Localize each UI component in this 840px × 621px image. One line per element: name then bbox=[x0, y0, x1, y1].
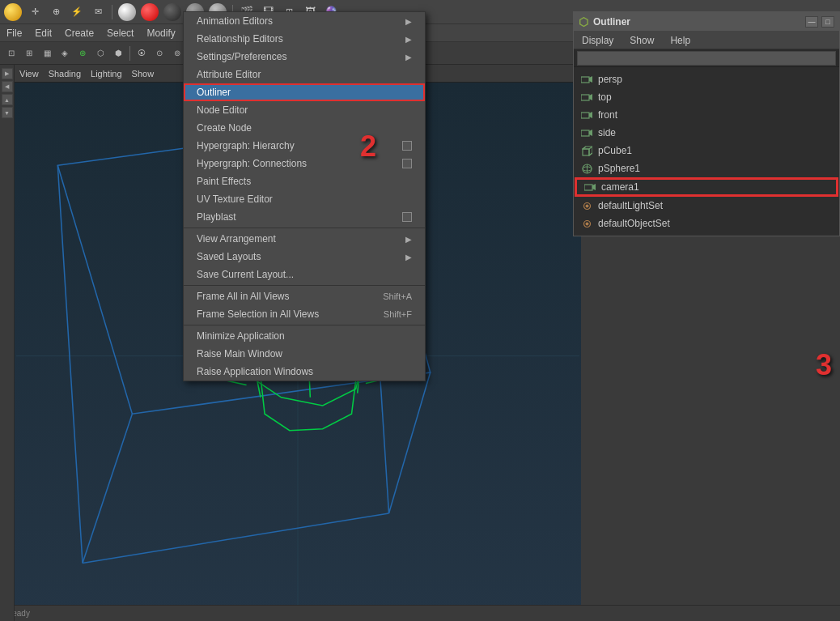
menu-animation-editors[interactable]: Animation Editors ▶ bbox=[184, 12, 425, 30]
menu-node-editor[interactable]: Node Editor bbox=[184, 101, 425, 119]
sidebar-btn-2[interactable]: ◀ bbox=[2, 81, 13, 92]
menu-edit[interactable]: Edit bbox=[28, 24, 58, 42]
outliner-item-pcube1[interactable]: pCube1 bbox=[574, 142, 839, 160]
checkbox-hypergraph-connections[interactable] bbox=[402, 159, 412, 168]
toolbar2-icon2[interactable]: ⊞ bbox=[21, 45, 37, 62]
svg-point-37 bbox=[585, 204, 588, 207]
dropdown-separator-1 bbox=[184, 228, 425, 228]
toolbar-sphere-silver[interactable] bbox=[118, 3, 136, 21]
menu-raise-main-window[interactable]: Raise Main Window bbox=[184, 345, 425, 363]
viewport-menu-view[interactable]: View bbox=[15, 65, 44, 83]
toolbar2-icon6[interactable]: ⬡ bbox=[92, 45, 108, 62]
svg-line-6 bbox=[83, 414, 132, 563]
outliner-item-label-defaultobjectset: defaultObjectSet bbox=[598, 218, 670, 229]
menu-uv-texture-editor[interactable]: UV Texture Editor bbox=[184, 190, 425, 208]
menu-playblast[interactable]: Playblast bbox=[184, 208, 425, 226]
viewport-menu-lighting[interactable]: Lighting bbox=[86, 65, 127, 83]
outliner-menu-show[interactable]: Show bbox=[622, 33, 662, 48]
toolbar2-icon1[interactable]: ⊡ bbox=[3, 45, 19, 62]
toolbar-crosshair-icon[interactable]: ⊕ bbox=[47, 3, 65, 21]
menu-create-node[interactable]: Create Node bbox=[184, 119, 425, 137]
menu-create[interactable]: Create bbox=[58, 24, 100, 42]
menu-view-arrangement[interactable]: View Arrangement ▶ bbox=[184, 230, 425, 248]
outliner-item-psphere1[interactable]: pSphere1 bbox=[574, 160, 839, 177]
outliner-item-label-top: top bbox=[598, 91, 612, 103]
outliner-item-defaultlightset[interactable]: defaultLightSet bbox=[574, 197, 839, 215]
shortcut-shift-f: Shift+F bbox=[384, 309, 412, 319]
mesh-icon-pcube1 bbox=[580, 144, 593, 157]
sidebar-btn-1[interactable]: ▶ bbox=[2, 68, 13, 79]
menu-frame-selection[interactable]: Frame Selection in All Views Shift+F bbox=[184, 305, 425, 323]
toolbar2-icon8[interactable]: ⦿ bbox=[134, 45, 150, 62]
menu-attribute-editor[interactable]: Attribute Editor bbox=[184, 66, 425, 83]
outliner-item-label-pcube1: pCube1 bbox=[598, 145, 632, 156]
checkbox-hypergraph-hierarchy[interactable] bbox=[402, 141, 412, 151]
viewport-menu-shading[interactable]: Shading bbox=[44, 65, 86, 83]
svg-line-7 bbox=[389, 372, 431, 513]
toolbar-target-icon[interactable]: ✛ bbox=[26, 3, 44, 21]
outliner-search-bar bbox=[574, 49, 839, 67]
menu-modify[interactable]: Modify bbox=[140, 24, 181, 42]
toolbar-sphere-yellow[interactable] bbox=[4, 3, 22, 21]
outliner-menu-help[interactable]: Help bbox=[662, 33, 698, 48]
camera-icon-side bbox=[580, 126, 593, 139]
svg-rect-24 bbox=[581, 130, 589, 136]
arrow-icon-2: ▶ bbox=[405, 35, 412, 44]
toolbar2-sep bbox=[129, 46, 130, 61]
menu-paint-effects[interactable]: Paint Effects bbox=[184, 172, 425, 190]
outliner-item-front[interactable]: front bbox=[574, 106, 839, 124]
sidebar-btn-4[interactable]: ▼ bbox=[2, 107, 13, 118]
toolbar-flashlight-icon[interactable]: ⚡ bbox=[68, 3, 86, 21]
svg-point-39 bbox=[585, 222, 588, 225]
menu-saved-layouts[interactable]: Saved Layouts ▶ bbox=[184, 248, 425, 266]
menu-save-current-layout[interactable]: Save Current Layout... bbox=[184, 266, 425, 283]
menu-select[interactable]: Select bbox=[100, 24, 140, 42]
toolbar2-icon4[interactable]: ◈ bbox=[57, 45, 73, 62]
menu-raise-app-windows[interactable]: Raise Application Windows bbox=[184, 363, 425, 381]
dropdown-separator-2 bbox=[184, 285, 425, 286]
sidebar-btn-3[interactable]: ▲ bbox=[2, 94, 13, 105]
left-sidebar: ▶ ◀ ▲ ▼ bbox=[0, 65, 15, 621]
step-label-2: 2 bbox=[360, 130, 376, 164]
svg-rect-34 bbox=[584, 185, 592, 190]
camera-icon-top bbox=[580, 91, 593, 104]
menu-relationship-editors[interactable]: Relationship Editors ▶ bbox=[184, 30, 425, 48]
menu-frame-all[interactable]: Frame All in All Views Shift+A bbox=[184, 287, 425, 305]
menu-minimize-application[interactable]: Minimize Application bbox=[184, 327, 425, 345]
set-icon-defaultobjectset bbox=[580, 217, 593, 230]
viewport-menu-show[interactable]: Show bbox=[127, 65, 159, 83]
toolbar2-icon3[interactable]: ▦ bbox=[39, 45, 55, 62]
dropdown-separator-3 bbox=[184, 325, 425, 325]
outliner-minimize-btn[interactable]: — bbox=[805, 16, 818, 28]
toolbar-envelope-icon[interactable]: ✉ bbox=[89, 3, 107, 21]
toolbar2-icon7[interactable]: ⬢ bbox=[110, 45, 126, 62]
outliner-item-label-front: front bbox=[598, 109, 617, 121]
arrow-icon: ▶ bbox=[405, 17, 412, 26]
toolbar2-icon5[interactable]: ⊛ bbox=[74, 45, 91, 62]
camera-icon-camera1 bbox=[583, 181, 596, 194]
outliner-maximize-btn[interactable]: □ bbox=[821, 16, 834, 28]
toolbar-sphere-dark[interactable] bbox=[163, 3, 181, 21]
outliner-item-label-side: side bbox=[598, 127, 616, 138]
outliner-item-side[interactable]: side bbox=[574, 124, 839, 142]
status-bar: Ready bbox=[0, 605, 840, 621]
outliner-item-persp[interactable]: persp bbox=[574, 70, 839, 88]
outliner-title-bar: ⬡ Outliner — □ bbox=[574, 12, 839, 32]
toolbar-sphere-red[interactable] bbox=[141, 3, 159, 21]
toolbar-sep-1 bbox=[112, 5, 112, 19]
outliner-item-top[interactable]: top bbox=[574, 88, 839, 106]
menu-settings-preferences[interactable]: Settings/Preferences ▶ bbox=[184, 48, 425, 66]
menu-outliner[interactable]: Outliner bbox=[184, 83, 425, 101]
shortcut-shift-a: Shift+A bbox=[383, 291, 412, 301]
outliner-menu-display[interactable]: Display bbox=[574, 33, 622, 48]
outliner-item-defaultobjectset[interactable]: defaultObjectSet bbox=[574, 215, 839, 232]
outliner-search-input[interactable] bbox=[577, 51, 836, 66]
menu-file[interactable]: File bbox=[0, 24, 28, 42]
toolbar2-icon9[interactable]: ⊙ bbox=[151, 45, 168, 62]
arrow-icon-3: ▶ bbox=[405, 53, 412, 62]
menu-hypergraph-hierarchy[interactable]: Hypergraph: Hierarchy bbox=[184, 137, 425, 155]
menu-hypergraph-connections[interactable]: Hypergraph: Connections bbox=[184, 155, 425, 172]
checkbox-playblast[interactable] bbox=[402, 212, 412, 222]
outliner-item-camera1[interactable]: camera1 bbox=[575, 178, 838, 196]
svg-line-3 bbox=[57, 165, 83, 563]
